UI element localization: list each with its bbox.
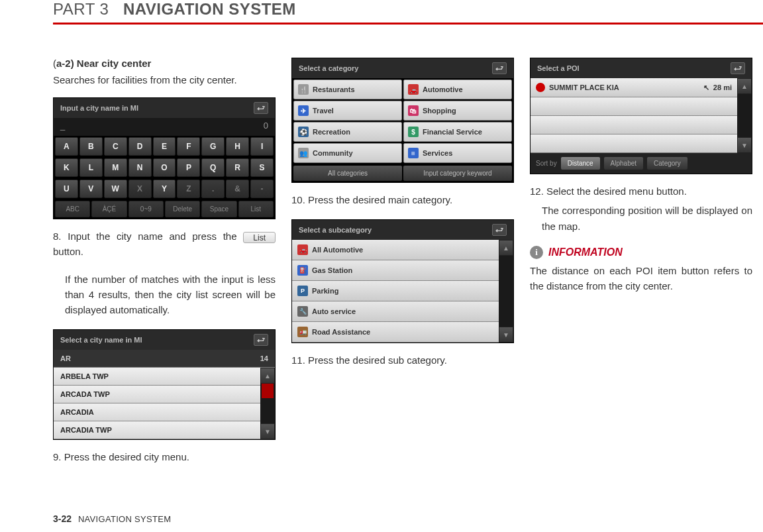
screenshot-citylist: Select a city name in MI ⮐ AR 14 ARBELA … [53, 329, 276, 440]
label: Shopping [423, 107, 456, 115]
key[interactable]: S [250, 158, 274, 177]
scroll-track[interactable] [260, 384, 275, 423]
subcat-item[interactable]: PParking [292, 281, 499, 301]
step-11: 11. Press the desired sub category. [291, 352, 514, 368]
input-keyword-button[interactable]: Input category keyword [403, 166, 512, 181]
subheading: (a-2) Near city center [53, 58, 276, 69]
screenshot-title-bar: Select a POI ⮐ [531, 58, 752, 78]
label: Recreation [313, 128, 350, 136]
key[interactable]: I [250, 137, 274, 156]
key[interactable]: B [79, 137, 103, 156]
key[interactable]: C [104, 137, 127, 156]
subcat-item[interactable]: 🚗All Automotive [292, 240, 499, 260]
key[interactable]: . [201, 180, 225, 198]
sort-alphabet-button[interactable]: Alphabet [604, 157, 643, 170]
poi-empty-row [531, 97, 737, 116]
key[interactable]: F [177, 137, 200, 156]
subcat-item[interactable]: 🚛Road Assistance [292, 322, 499, 343]
list-key[interactable]: List [238, 201, 274, 217]
category-travel[interactable]: ✈Travel [293, 101, 402, 121]
key[interactable]: D [128, 137, 152, 156]
back-icon[interactable]: ⮐ [492, 62, 507, 74]
community-icon: 👥 [298, 148, 309, 158]
key[interactable]: A [55, 137, 78, 156]
key[interactable]: & [226, 180, 249, 198]
gas-icon: ⛽ [297, 265, 308, 276]
column-3: Select a POI ⮐ SUMMIT PLACE KIA ↖ 28 mi [530, 58, 752, 477]
sort-category-button[interactable]: Category [647, 157, 687, 170]
cursor: _ [60, 121, 65, 131]
scroll-up-icon[interactable]: ▲ [260, 368, 275, 384]
sort-distance-button[interactable]: Distance [561, 157, 600, 170]
category-recreation[interactable]: ⚽Recreation [293, 122, 402, 142]
scroll-thumb[interactable] [262, 384, 274, 398]
scroll-track[interactable] [499, 256, 513, 327]
mode-key[interactable]: 0~9 [128, 201, 164, 217]
key[interactable]: P [177, 158, 200, 177]
key[interactable]: K [55, 158, 78, 177]
city-item[interactable]: ARCADIA TWP [54, 421, 260, 439]
back-icon[interactable]: ⮐ [731, 62, 745, 74]
input-row: AR 14 [54, 350, 275, 368]
category-restaurants[interactable]: 🍴Restaurants [293, 80, 402, 99]
back-icon[interactable]: ⮐ [492, 224, 507, 236]
key[interactable]: W [104, 180, 127, 198]
content-columns: (a-2) Near city center Searches for faci… [0, 25, 710, 477]
key[interactable]: - [250, 180, 274, 198]
wrench-icon: 🔧 [297, 306, 308, 317]
key[interactable]: H [226, 137, 249, 156]
space-key[interactable]: Space [201, 201, 236, 217]
key[interactable]: Y [153, 180, 176, 198]
list-button-inline: List [243, 232, 276, 243]
key[interactable]: V [79, 180, 103, 198]
subcat-item[interactable]: ⛽Gas Station [292, 260, 499, 281]
category-financial[interactable]: $Financial Service [403, 122, 512, 142]
label: Travel [313, 107, 334, 115]
label: Road Assistance [312, 328, 370, 336]
screenshot-poi: Select a POI ⮐ SUMMIT PLACE KIA ↖ 28 mi [530, 58, 752, 174]
poi-item[interactable]: SUMMIT PLACE KIA ↖ 28 mi [531, 78, 737, 97]
lead-text: Searches for facilities from the city ce… [53, 74, 276, 85]
step-8-text-b: button. [53, 246, 83, 257]
scrollbar: ▲ ▼ [737, 78, 752, 153]
poi-empty-row [531, 116, 737, 134]
mode-key[interactable]: ÀÇÉ [91, 201, 127, 217]
back-icon[interactable]: ⮐ [254, 334, 268, 346]
key[interactable]: M [104, 158, 127, 177]
car-icon: 🚗 [408, 84, 419, 95]
back-icon[interactable]: ⮐ [254, 102, 268, 114]
scroll-track[interactable] [737, 94, 752, 137]
scroll-down-icon[interactable]: ▼ [737, 137, 752, 153]
key[interactable]: Z [177, 180, 200, 198]
scroll-up-icon[interactable]: ▲ [737, 78, 752, 94]
key[interactable]: G [201, 137, 225, 156]
poi-empty-row [531, 134, 737, 153]
delete-key[interactable]: Delete [165, 201, 200, 217]
category-community[interactable]: 👥Community [293, 143, 402, 163]
key[interactable]: N [128, 158, 152, 177]
all-categories-button[interactable]: All categories [293, 166, 402, 181]
mode-key[interactable]: ABC [55, 201, 90, 217]
category-services[interactable]: ≡Services [403, 143, 512, 163]
footer-chapter: NAVIGATION SYSTEM [78, 514, 171, 524]
label: All Automotive [312, 246, 363, 254]
scroll-down-icon[interactable]: ▼ [260, 423, 275, 439]
city-item[interactable]: ARCADIA [54, 403, 260, 421]
scroll-down-icon[interactable]: ▼ [499, 327, 513, 343]
city-item[interactable]: ARCADA TWP [54, 386, 260, 403]
key[interactable]: X [128, 180, 152, 198]
category-automotive[interactable]: 🚗Automotive [403, 80, 512, 99]
key[interactable]: O [153, 158, 176, 177]
step-9: 9. Press the desired city menu. [53, 449, 276, 464]
key[interactable]: Q [201, 158, 225, 177]
match-count: 14 [260, 354, 268, 362]
city-item[interactable]: ARBELA TWP [54, 368, 260, 386]
key[interactable]: L [79, 158, 103, 177]
key[interactable]: U [55, 180, 78, 198]
category-shopping[interactable]: 🛍Shopping [403, 101, 512, 121]
step-8-text-a: 8. Input the city name and press the [53, 231, 243, 242]
scroll-up-icon[interactable]: ▲ [499, 240, 513, 256]
subcat-item[interactable]: 🔧Auto service [292, 301, 499, 322]
key[interactable]: R [226, 158, 249, 177]
key[interactable]: E [153, 137, 176, 156]
